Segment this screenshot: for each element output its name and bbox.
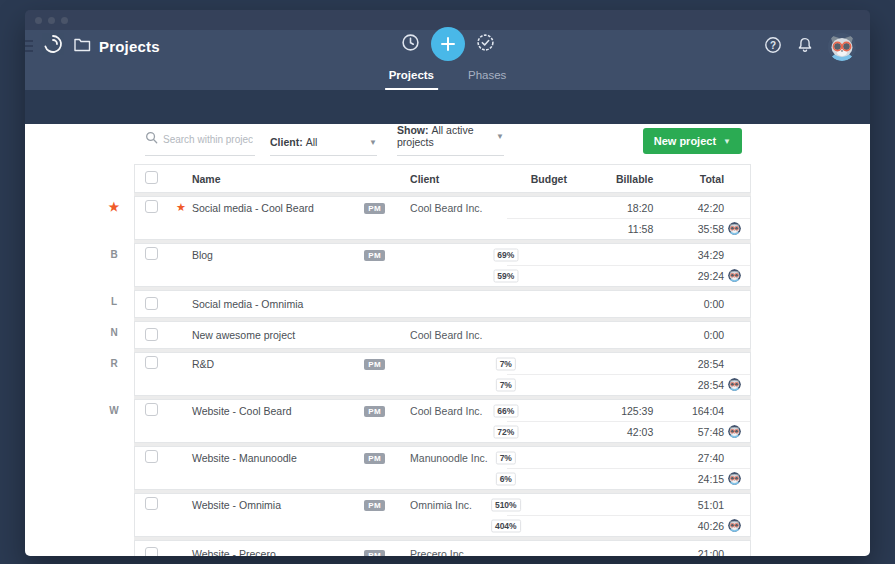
search-input[interactable] xyxy=(163,134,253,145)
row-checkbox[interactable] xyxy=(145,547,158,557)
tab-projects[interactable]: Projects xyxy=(385,69,438,90)
total-value: 51:01 xyxy=(653,499,724,511)
project-card[interactable]: Blog PM 69% 34:29 59% 29:24 xyxy=(134,243,751,287)
column-header-billable[interactable]: Billable xyxy=(605,173,653,185)
project-row[interactable]: ★ ★Social media - Cool Beard PM Cool Bea… xyxy=(94,196,870,240)
row-checkbox[interactable] xyxy=(145,200,158,213)
select-all-checkbox[interactable] xyxy=(145,171,158,184)
row-checkbox[interactable] xyxy=(145,403,158,416)
budget-percent-label: 7% xyxy=(496,357,516,370)
user-avatar[interactable] xyxy=(828,33,856,61)
column-header-total[interactable]: Total xyxy=(653,173,724,185)
total-value: 27:40 xyxy=(653,452,724,464)
budget-percent-label: 72% xyxy=(493,425,518,438)
total-value: 28:54 xyxy=(653,379,724,391)
row-checkbox[interactable] xyxy=(145,356,158,369)
project-rows: ★ ★Social media - Cool Beard PM Cool Bea… xyxy=(94,196,870,556)
total-value: 42:20 xyxy=(653,202,724,214)
tab-phases[interactable]: Phases xyxy=(464,69,510,90)
billable-value: 42:03 xyxy=(605,426,653,438)
project-row[interactable]: Website - Precero PM Precero Inc. 21:00 xyxy=(94,540,870,556)
traffic-light-dot[interactable] xyxy=(35,17,42,24)
projects-table: Name Client Budget Billable Total ★ ★Soc… xyxy=(94,164,870,556)
member-avatar xyxy=(728,222,741,235)
project-manager-badge: PM xyxy=(364,406,385,417)
project-card[interactable]: ★Social media - Cool Beard PM Cool Beard… xyxy=(134,196,751,240)
column-header-client[interactable]: Client xyxy=(410,173,506,185)
project-row[interactable]: Website - Manunoodle PM Manunoodle Inc. … xyxy=(94,446,870,490)
project-manager-badge: PM xyxy=(364,203,385,214)
row-checkbox[interactable] xyxy=(145,328,158,341)
row-checkbox[interactable] xyxy=(145,247,158,260)
project-card[interactable]: Website - Cool Beard PM Cool Beard Inc. … xyxy=(134,399,751,443)
group-label: R xyxy=(94,352,134,396)
project-name: New awesome project xyxy=(192,329,295,341)
favorite-star-icon[interactable]: ★ xyxy=(176,201,192,214)
billable-value: 125:39 xyxy=(605,405,653,417)
row-checkbox[interactable] xyxy=(145,297,158,310)
project-row[interactable]: R R&D PM 7% 28:54 7% 28:54 xyxy=(94,352,870,396)
budget-percent-label: 510% xyxy=(491,498,521,511)
menu-icon[interactable] xyxy=(25,40,33,52)
app-header: Projects xyxy=(25,30,870,90)
project-row[interactable]: B Blog PM 69% 34:29 59% 29:24 xyxy=(94,243,870,287)
member-avatar xyxy=(728,519,741,532)
project-card[interactable]: Website - Omnimia PM Omnimia Inc. 510% 5… xyxy=(134,493,751,537)
client-name: Cool Beard Inc. xyxy=(410,329,506,341)
folder-icon xyxy=(73,35,91,57)
project-name: Social media - Omnimia xyxy=(192,298,303,310)
project-row[interactable]: Website - Omnimia PM Omnimia Inc. 510% 5… xyxy=(94,493,870,537)
search-field[interactable] xyxy=(145,130,255,156)
chevron-down-icon: ▼ xyxy=(723,137,731,146)
budget-percent-label: 59% xyxy=(493,269,518,282)
budget-percent-label: 7% xyxy=(496,451,516,464)
new-project-button[interactable]: New project ▼ xyxy=(643,128,742,154)
member-avatar xyxy=(728,425,741,438)
client-name: Precero Inc. xyxy=(410,548,506,556)
project-card[interactable]: New awesome project Cool Beard Inc. 0:00 xyxy=(134,321,751,349)
project-manager-badge: PM xyxy=(364,550,385,557)
traffic-light-dot[interactable] xyxy=(48,17,55,24)
project-row[interactable]: W Website - Cool Beard PM Cool Beard Inc… xyxy=(94,399,870,443)
project-row[interactable]: N New awesome project Cool Beard Inc. 0:… xyxy=(94,321,870,349)
project-name: Website - Manunoodle xyxy=(192,452,297,464)
notifications-bell-icon[interactable] xyxy=(796,36,814,58)
project-card[interactable]: Website - Manunoodle PM Manunoodle Inc. … xyxy=(134,446,751,490)
group-label: N xyxy=(94,321,134,349)
project-row[interactable]: L Social media - Omnimia 0:00 xyxy=(94,290,870,318)
show-filter-dropdown[interactable]: Show:All active projects ▼ xyxy=(397,124,504,156)
column-header-name[interactable]: Name xyxy=(175,173,364,185)
project-card[interactable]: R&D PM 7% 28:54 7% 28:54 xyxy=(134,352,751,396)
app-logo-icon xyxy=(42,33,64,59)
traffic-light-dot[interactable] xyxy=(61,17,68,24)
help-icon[interactable]: ? xyxy=(764,36,782,58)
group-label xyxy=(94,493,134,537)
timer-clock-icon[interactable] xyxy=(401,33,420,56)
tasks-check-icon[interactable] xyxy=(476,33,495,56)
project-card[interactable]: Social media - Omnimia 0:00 xyxy=(134,290,751,318)
total-value: 35:58 xyxy=(653,223,724,235)
group-favorite-star-icon: ★ xyxy=(94,196,134,240)
page-title: Projects xyxy=(99,38,160,55)
row-checkbox[interactable] xyxy=(145,497,158,510)
client-name: Cool Beard Inc. xyxy=(410,405,506,417)
project-name: Social media - Cool Beard xyxy=(192,202,314,214)
group-label: L xyxy=(94,290,134,318)
project-card[interactable]: Website - Precero PM Precero Inc. 21:00 xyxy=(134,540,751,556)
new-project-label: New project xyxy=(654,135,716,147)
app-window: Projects xyxy=(25,10,870,556)
group-label xyxy=(94,540,134,556)
member-avatar xyxy=(728,472,741,485)
budget-percent-label: 6% xyxy=(496,472,516,485)
chevron-down-icon: ▼ xyxy=(496,132,504,141)
project-name: Blog xyxy=(192,249,213,261)
client-name: Manunoodle Inc. xyxy=(410,452,506,464)
budget-percent-label: 66% xyxy=(493,404,518,417)
member-avatar xyxy=(728,269,741,282)
client-name: Cool Beard Inc. xyxy=(410,202,506,214)
client-filter-dropdown[interactable]: Client:All ▼ xyxy=(270,136,377,156)
total-value: 0:00 xyxy=(653,298,724,310)
add-button[interactable] xyxy=(431,27,465,61)
column-header-budget[interactable]: Budget xyxy=(506,173,606,185)
row-checkbox[interactable] xyxy=(145,450,158,463)
